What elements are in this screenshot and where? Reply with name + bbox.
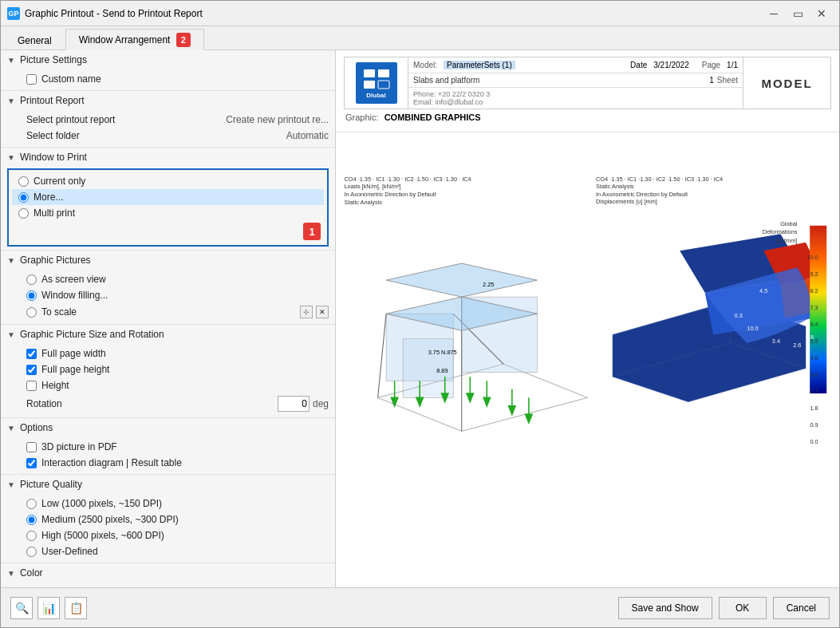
preview-svg: CO4 ·1.35 · IC1 ·1.30 · IC2 ·1.50 · IC3 …: [336, 132, 839, 587]
section-header-picture-settings[interactable]: ▼ Picture Settings: [1, 50, 335, 69]
multi-print-radio[interactable]: [18, 208, 29, 219]
custom-name-row: Custom name: [20, 71, 335, 87]
svg-text:Deformations: Deformations: [763, 228, 798, 235]
section-color: ▼ Color Grayscale Text and lines in blac…: [1, 563, 335, 587]
bottom-bar-right: Save and Show OK Cancel: [618, 597, 830, 619]
tab-window-arrangement[interactable]: Window Arrangement 2: [65, 29, 204, 50]
section-header-options[interactable]: ▼ Options: [1, 418, 335, 437]
table-button[interactable]: 📋: [65, 597, 87, 619]
maximize-button[interactable]: ▭: [787, 4, 809, 23]
svg-marker-20: [386, 263, 537, 297]
svg-text:CO4 ·1.35 · IC1 ·1.30 · IC2 ·1: CO4 ·1.35 · IC1 ·1.30 · IC2 ·1.50 · IC3 …: [345, 176, 471, 183]
select-report-label: Select printout report: [26, 114, 115, 125]
pdf-3d-checkbox[interactable]: [26, 442, 37, 452]
quality-medium-row: Medium (2500 pixels, ~300 DPI): [20, 511, 335, 527]
chart-button[interactable]: 📊: [37, 597, 60, 619]
quality-low-row: Low (1000 pixels, ~150 DPI): [20, 496, 335, 511]
full-page-height-checkbox[interactable]: [26, 365, 37, 375]
toggle-icon: ▼: [7, 56, 15, 65]
quality-high-radio[interactable]: [26, 531, 37, 541]
svg-text:9.2: 9.2: [810, 271, 818, 278]
close-button[interactable]: ✕: [810, 4, 833, 23]
quality-high-label: High (5000 pixels, ~600 DPI): [41, 530, 164, 541]
svg-rect-0: [364, 69, 375, 77]
section-picture-quality: ▼ Picture Quality Low (1000 pixels, ~150…: [1, 475, 335, 563]
svg-text:4.6: 4.6: [810, 354, 818, 361]
svg-text:Static Analysis: Static Analysis: [345, 199, 383, 206]
window-filling-row: Window filling...: [20, 287, 335, 303]
svg-text:4.5: 4.5: [759, 287, 767, 294]
ok-button[interactable]: OK: [719, 597, 767, 619]
quality-medium-radio[interactable]: [26, 515, 37, 525]
quality-user-row: User-Defined: [20, 543, 335, 559]
window-filling-radio[interactable]: [26, 290, 37, 301]
full-page-width-checkbox[interactable]: [26, 349, 37, 359]
to-scale-radio[interactable]: [26, 307, 37, 318]
svg-text:0.3: 0.3: [735, 312, 743, 319]
title-bar-left: GP Graphic Printout - Send to Printout R…: [7, 7, 203, 20]
scale-icon-1[interactable]: ⊹: [300, 306, 313, 318]
page-value: 1/1: [727, 61, 738, 69]
section-label: Printout Report: [20, 95, 85, 106]
toggle-icon: ▼: [7, 480, 15, 489]
toggle-icon: ▼: [7, 330, 15, 339]
description-row: Slabs and platform Sheet 1: [408, 73, 743, 88]
search-icon: 🔍: [15, 602, 29, 614]
rotation-input[interactable]: [278, 396, 310, 412]
section-header-color[interactable]: ▼ Color: [1, 563, 335, 583]
description-value: Slabs and platform: [413, 76, 479, 85]
search-button[interactable]: 🔍: [10, 597, 33, 619]
quality-user-radio[interactable]: [26, 547, 37, 557]
section-header-graphic-pictures[interactable]: ▼ Graphic Pictures: [1, 251, 335, 270]
rotation-field: deg: [278, 396, 329, 412]
svg-text:10.0: 10.0: [806, 254, 818, 261]
cancel-button[interactable]: Cancel: [773, 597, 830, 619]
current-only-label: Current only: [34, 176, 85, 187]
section-header-window-to-print[interactable]: ▼ Window to Print: [1, 148, 335, 167]
main-window: GP Graphic Printout - Send to Printout R…: [0, 0, 840, 628]
quality-low-radio[interactable]: [26, 499, 37, 509]
tab-general[interactable]: General: [4, 31, 65, 49]
svg-text:Global: Global: [780, 220, 798, 227]
save-and-show-button[interactable]: Save and Show: [618, 597, 712, 619]
svg-text:Displacements [u] [mm]: Displacements [u] [mm]: [596, 198, 657, 205]
to-scale-label: To scale: [41, 306, 77, 318]
section-header-picture-quality[interactable]: ▼ Picture Quality: [1, 475, 335, 494]
badge-1: 1: [303, 223, 321, 240]
section-content-size-rotation: Full page width Full page height Height …: [1, 344, 335, 417]
height-checkbox[interactable]: [26, 381, 37, 391]
section-header-printout-report[interactable]: ▼ Printout Report: [1, 91, 335, 110]
svg-text:2.7: 2.7: [810, 388, 818, 395]
window-title: Graphic Printout - Send to Printout Repo…: [25, 8, 203, 19]
title-bar: GP Graphic Printout - Send to Printout R…: [1, 1, 839, 26]
current-only-radio[interactable]: [18, 176, 29, 187]
window-to-print-box: Current only More... Multi print 1: [7, 168, 329, 247]
custom-name-checkbox[interactable]: [26, 74, 37, 85]
svg-text:In Axonometric Direction by De: In Axonometric Direction by Default: [596, 191, 688, 198]
full-page-height-row: Full page height: [20, 361, 335, 377]
more-radio[interactable]: [18, 192, 29, 203]
logo: Dlubal: [356, 62, 397, 104]
preview-canvas: CO4 ·1.35 · IC1 ·1.30 · IC2 ·1.50 · IC3 …: [336, 132, 839, 587]
sheet-value: 1: [709, 76, 714, 85]
as-screen-radio[interactable]: [26, 275, 37, 285]
bottom-bar-left: 🔍 📊 📋: [10, 597, 87, 619]
svg-text:3.6: 3.6: [810, 371, 818, 378]
minimize-button[interactable]: ─: [763, 4, 785, 23]
svg-marker-31: [467, 393, 473, 402]
svg-text:10.0: 10.0: [747, 325, 758, 332]
section-printout-report: ▼ Printout Report Select printout report…: [1, 91, 335, 148]
scale-icon-2[interactable]: ✕: [316, 306, 329, 318]
section-graphic-pictures: ▼ Graphic Pictures As screen view Window…: [1, 251, 335, 325]
section-header-size-rotation[interactable]: ▼ Graphic Picture Size and Rotation: [1, 325, 335, 344]
svg-text:7.3: 7.3: [810, 304, 818, 311]
section-label: Window to Print: [20, 152, 87, 163]
page-label: Page: [702, 61, 720, 69]
height-row: Height: [20, 377, 335, 393]
interaction-label: Interaction diagram | Result table: [41, 457, 182, 468]
pdf-3d-label: 3D picture in PDF: [41, 441, 117, 452]
section-window-to-print: ▼ Window to Print Current only More... M…: [1, 148, 335, 251]
model-value: ParameterSets (1): [444, 61, 515, 69]
toggle-icon: ▼: [7, 97, 15, 105]
interaction-checkbox[interactable]: [26, 458, 37, 468]
